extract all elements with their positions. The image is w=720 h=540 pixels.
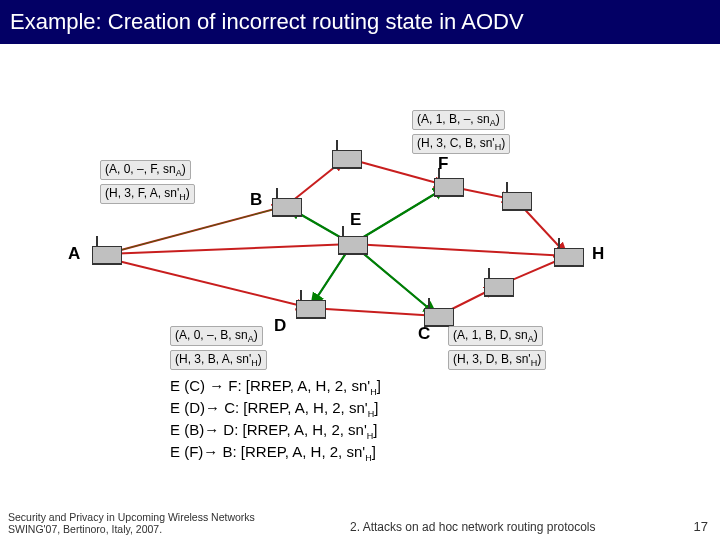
rt-A-0: (A, 0, –, F, snA)	[100, 160, 191, 180]
title-bar: Example: Creation of incorrect routing s…	[0, 0, 720, 44]
rt-A-1: (H, 3, F, A, sn'H)	[100, 184, 195, 204]
msg-line-1: E (D)→ C: [RREP, A, H, 2, sn'H]	[170, 398, 381, 420]
msg-line-2: E (B)→ D: [RREP, A, H, 2, sn'H]	[170, 420, 381, 442]
rt-D-0: (A, 0, –, B, snA)	[170, 326, 263, 346]
message-block: E (C) → F: [RREP, A, H, 2, sn'H] E (D)→ …	[170, 376, 381, 465]
label-E: E	[350, 210, 361, 230]
slide: Example: Creation of incorrect routing s…	[0, 0, 720, 540]
node-B	[266, 194, 306, 218]
label-D: D	[274, 316, 286, 336]
node-D	[290, 296, 330, 320]
rt-C-0: (A, 1, B, D, snA)	[448, 326, 543, 346]
page-number: 17	[694, 519, 708, 534]
label-C: C	[418, 324, 430, 344]
label-H: H	[592, 244, 604, 264]
rt-C-1: (H, 3, D, B, sn'H)	[448, 350, 546, 370]
node-I	[478, 274, 518, 298]
rt-F-0: (A, 1, B, –, snA)	[412, 110, 505, 130]
msg-line-0: E (C) → F: [RREP, A, H, 2, sn'H]	[170, 376, 381, 398]
svg-line-5	[106, 258, 310, 308]
node-F	[428, 174, 468, 198]
label-F: F	[438, 154, 448, 174]
label-A: A	[68, 244, 80, 264]
footer-left: Security and Privacy in Upcoming Wireles…	[8, 511, 255, 536]
node-E	[332, 232, 372, 256]
msg-line-3: E (F)→ B: [RREP, A, H, 2, sn'H]	[170, 442, 381, 464]
node-top-unlabeled	[326, 146, 366, 170]
footer-mid: 2. Attacks on ad hoc network routing pro…	[350, 520, 595, 534]
node-H	[548, 244, 588, 268]
svg-line-9	[106, 244, 352, 254]
svg-line-10	[352, 244, 568, 256]
footer-left-l1: Security and Privacy in Upcoming Wireles…	[8, 511, 255, 523]
label-B: B	[250, 190, 262, 210]
node-A	[86, 242, 126, 266]
diagram-canvas: A B E F H D C (A, 0, –, F, snA) (H, 3, F…	[0, 44, 720, 510]
slide-title: Example: Creation of incorrect routing s…	[10, 9, 524, 35]
footer-left-l2: SWING'07, Bertinoro, Italy, 2007.	[8, 523, 162, 535]
node-G	[496, 188, 536, 212]
rt-F-1: (H, 3, C, B, sn'H)	[412, 134, 510, 154]
rt-D-1: (H, 3, B, A, sn'H)	[170, 350, 267, 370]
